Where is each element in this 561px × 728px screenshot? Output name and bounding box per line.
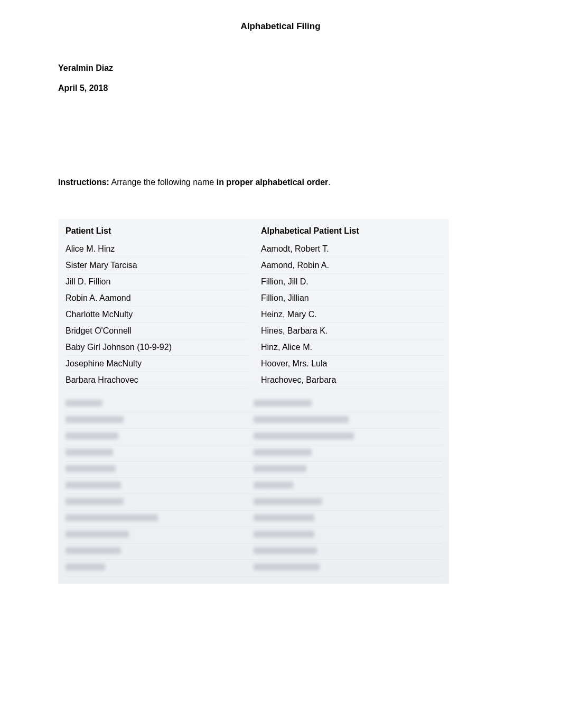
instructions-label: Instructions: (58, 178, 109, 187)
blurred-text (66, 400, 102, 407)
list-item: Fillion, Jill D. (261, 274, 444, 290)
blurred-cell (254, 530, 442, 540)
blurred-text (66, 564, 105, 570)
blurred-cell (66, 563, 254, 573)
alphabetical-list-column: Alphabetical Patient List Aamodt, Robert… (254, 219, 449, 396)
patient-table: Patient List Alice M. Hinz Sister Mary T… (58, 219, 449, 584)
blurred-cell (254, 432, 442, 441)
list-item: Charlotte McNulty (66, 307, 248, 323)
blurred-cell (254, 547, 442, 556)
instructions-suffix: . (328, 178, 330, 187)
blurred-text (254, 416, 349, 423)
blurred-row (66, 445, 442, 462)
list-item: Jill D. Fillion (66, 274, 248, 290)
blurred-text (254, 514, 314, 521)
blurred-text (66, 482, 121, 489)
blurred-cell (254, 563, 442, 573)
blurred-row (66, 478, 442, 494)
blurred-cell (254, 497, 442, 507)
blurred-row (66, 527, 442, 543)
list-item: Hrachovec, Barbara (261, 372, 444, 389)
list-item: Hinz, Alice M. (261, 339, 444, 356)
list-item: Hines, Barbara K. (261, 323, 444, 339)
instructions-text: Instructions: Arrange the following name… (58, 178, 503, 187)
blurred-text (254, 432, 354, 439)
patient-list-column: Patient List Alice M. Hinz Sister Mary T… (58, 219, 254, 396)
blurred-cell (254, 514, 442, 523)
list-item: Aamodt, Robert T. (261, 241, 444, 257)
list-item: Barbara Hrachovec (66, 372, 248, 389)
blurred-cell (254, 465, 442, 474)
blurred-row (66, 429, 442, 445)
document-date: April 5, 2018 (58, 84, 503, 93)
page-title: Alphabetical Filing (58, 21, 503, 32)
instructions-emphasis: in proper alphabetical order (217, 178, 329, 187)
blurred-cell (254, 448, 442, 458)
blurred-cell (66, 416, 254, 425)
blurred-row (66, 412, 442, 429)
blurred-text (66, 432, 118, 439)
blurred-text (254, 531, 314, 538)
blurred-cell (254, 399, 442, 409)
blurred-text (66, 449, 113, 456)
list-item: Hoover, Mrs. Lula (261, 356, 444, 372)
blurred-text (254, 465, 306, 472)
blurred-text (66, 416, 124, 423)
blurred-row (66, 462, 442, 478)
list-item: Robin A. Aamond (66, 290, 248, 307)
list-item: Baby Girl Johnson (10-9-92) (66, 339, 248, 356)
list-item: Josephine MacNulty (66, 356, 248, 372)
blurred-text (66, 514, 158, 521)
blurred-text (254, 547, 317, 554)
list-item: Aamond, Robin A. (261, 257, 444, 274)
patient-list-header: Patient List (66, 226, 248, 241)
blurred-text (66, 498, 124, 505)
list-item: Sister Mary Tarcisa (66, 257, 248, 274)
blurred-cell (66, 530, 254, 540)
blurred-cell (66, 465, 254, 474)
blurred-cell (66, 399, 254, 409)
blurred-text (254, 449, 312, 456)
blurred-cell (66, 497, 254, 507)
list-item: Fillion, Jillian (261, 290, 444, 307)
blurred-text (254, 498, 322, 505)
blurred-row (66, 543, 442, 560)
author-name: Yeralmin Diaz (58, 63, 503, 73)
blurred-cell (254, 481, 442, 491)
blurred-text (66, 531, 129, 538)
blurred-row (66, 396, 442, 412)
blurred-cell (254, 416, 442, 425)
alphabetical-list-header: Alphabetical Patient List (261, 226, 444, 241)
blurred-text (254, 482, 293, 489)
list-item: Heinz, Mary C. (261, 307, 444, 323)
blurred-cell (66, 481, 254, 491)
blurred-row (66, 511, 442, 527)
blurred-text (254, 564, 320, 570)
blurred-row (66, 560, 442, 576)
blurred-text (66, 547, 121, 554)
blurred-cell (66, 547, 254, 556)
blurred-text (254, 400, 312, 407)
blurred-text (66, 465, 116, 472)
blurred-cell (66, 514, 254, 523)
list-item: Bridget O'Connell (66, 323, 248, 339)
instructions-body: Arrange the following name (109, 178, 217, 187)
blurred-row (66, 494, 442, 511)
blurred-cell (66, 448, 254, 458)
blurred-cell (66, 432, 254, 441)
blurred-content (58, 396, 449, 584)
list-item: Alice M. Hinz (66, 241, 248, 257)
